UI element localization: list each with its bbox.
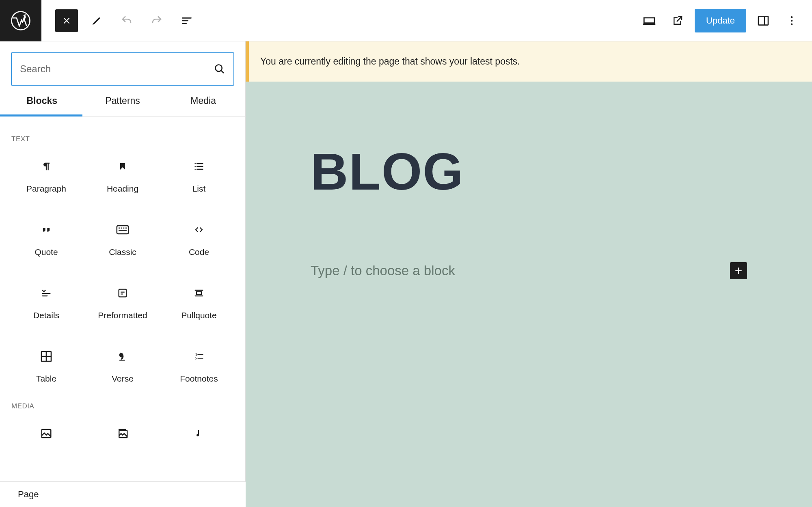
block-label: Paragraph	[26, 184, 66, 194]
paragraph-icon	[39, 160, 53, 173]
block-image[interactable]	[8, 419, 84, 449]
table-icon	[39, 350, 53, 363]
tab-blocks[interactable]: Blocks	[2, 86, 82, 116]
svg-point-0	[12, 11, 30, 30]
undo-button[interactable]	[115, 9, 138, 32]
options-button[interactable]	[780, 9, 803, 32]
breadcrumb-footer: Page	[0, 481, 246, 507]
block-audio[interactable]	[161, 419, 237, 449]
block-label: Quote	[35, 247, 58, 257]
more-vertical-icon	[786, 15, 798, 27]
svg-point-4	[791, 23, 793, 25]
redo-icon	[151, 15, 163, 27]
tools-button[interactable]	[85, 9, 108, 32]
top-toolbar: Update	[0, 0, 812, 41]
inserter-tabs: Blocks Patterns Media	[0, 86, 245, 117]
svg-point-3	[791, 19, 793, 22]
svg-rect-8	[197, 292, 201, 295]
add-block-button[interactable]	[730, 262, 747, 279]
block-footnotes[interactable]: 12 Footnotes	[161, 341, 237, 392]
svg-point-2	[791, 16, 793, 18]
close-icon	[62, 16, 71, 26]
block-label: Code	[189, 247, 209, 257]
wordpress-logo-button[interactable]	[0, 0, 41, 41]
undo-icon	[121, 15, 133, 27]
view-page-button[interactable]	[666, 9, 689, 32]
block-list[interactable]: List	[161, 151, 237, 202]
list-icon	[192, 160, 206, 173]
breadcrumb[interactable]: Page	[18, 489, 39, 499]
wordpress-icon	[10, 10, 32, 32]
editor-notice: You are currently editing the page that …	[246, 41, 812, 82]
image-icon	[39, 427, 53, 440]
block-label: Details	[33, 311, 59, 320]
tab-patterns[interactable]: Patterns	[82, 86, 163, 116]
block-classic[interactable]: Classic	[84, 215, 161, 265]
block-label: List	[192, 184, 206, 194]
preformatted-icon	[116, 286, 130, 300]
update-button[interactable]: Update	[695, 9, 746, 32]
close-inserter-button[interactable]	[55, 9, 78, 32]
footnotes-icon: 12	[192, 350, 206, 363]
desktop-icon	[642, 14, 656, 28]
block-prompt[interactable]: Type / to choose a block	[311, 263, 455, 278]
verse-icon	[116, 350, 130, 363]
block-gallery[interactable]	[84, 419, 161, 449]
settings-sidebar-button[interactable]	[752, 9, 775, 32]
svg-rect-7	[119, 289, 127, 297]
toolbar-left-group	[41, 9, 198, 32]
pullquote-icon	[192, 286, 206, 300]
gallery-icon	[116, 427, 130, 440]
view-button[interactable]	[638, 9, 661, 32]
document-overview-button[interactable]	[175, 9, 198, 32]
search-icon	[214, 63, 225, 75]
editor-canvas: You are currently editing the page that …	[246, 41, 812, 507]
details-icon	[39, 286, 53, 300]
redo-button[interactable]	[145, 9, 168, 32]
heading-icon	[116, 160, 130, 173]
section-label-text: TEXT	[0, 125, 245, 151]
section-label-media: MEDIA	[0, 392, 245, 419]
block-details[interactable]: Details	[8, 278, 84, 328]
classic-icon	[116, 223, 130, 237]
pencil-icon	[91, 15, 103, 27]
block-table[interactable]: Table	[8, 341, 84, 392]
block-label: Heading	[107, 184, 138, 194]
svg-text:2: 2	[195, 356, 198, 361]
block-paragraph[interactable]: Paragraph	[8, 151, 84, 202]
code-icon	[192, 223, 206, 237]
block-label: Table	[36, 374, 56, 384]
quote-icon	[39, 223, 53, 237]
block-heading[interactable]: Heading	[84, 151, 161, 202]
block-quote[interactable]: Quote	[8, 215, 84, 265]
sidebar-icon	[757, 14, 770, 27]
list-view-icon	[180, 14, 193, 27]
block-label: Pullquote	[181, 311, 217, 320]
block-verse[interactable]: Verse	[84, 341, 161, 392]
toolbar-right-group: Update	[638, 9, 812, 32]
block-label: Preformatted	[98, 311, 147, 320]
block-pullquote[interactable]: Pullquote	[161, 278, 237, 328]
block-label: Footnotes	[180, 374, 218, 384]
search-box	[11, 52, 234, 86]
svg-rect-6	[117, 226, 128, 234]
svg-rect-1	[758, 16, 768, 25]
block-inserter-panel: Blocks Patterns Media TEXT Paragraph	[0, 41, 246, 507]
audio-icon	[192, 427, 206, 440]
block-preformatted[interactable]: Preformatted	[84, 278, 161, 328]
block-code[interactable]: Code	[161, 215, 237, 265]
tab-media[interactable]: Media	[163, 86, 244, 116]
external-link-icon	[672, 15, 684, 27]
block-label: Verse	[112, 374, 134, 384]
search-input[interactable]	[20, 63, 214, 75]
plus-icon	[734, 266, 743, 276]
block-label: Classic	[109, 247, 136, 257]
page-title[interactable]: BLOG	[311, 142, 747, 201]
